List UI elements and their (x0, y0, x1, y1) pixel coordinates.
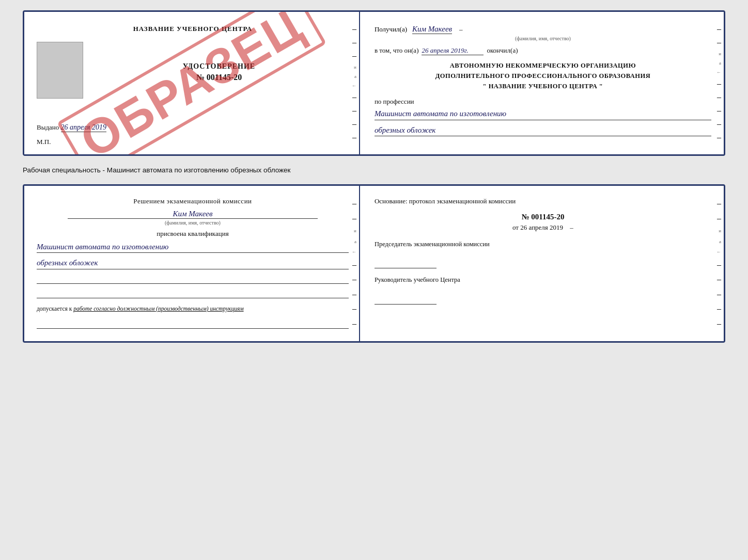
fio-sub-top: (фамилия, имя, отчество) (375, 36, 711, 41)
dash5: – (352, 106, 356, 115)
brdash7: – (717, 319, 721, 328)
right-edge-labels: – – – и а ← – – – – (352, 12, 356, 154)
profession-line1: Машинист автомата по изготовлению (375, 108, 711, 120)
photo-placeholder (37, 42, 83, 99)
protocol-date-value: 26 апреля 2019 (520, 223, 563, 231)
bldash3: – (352, 260, 356, 269)
edge-label-i: и (354, 65, 356, 70)
doc-top-right: Получил(а) Ким Макеев – (фамилия, имя, о… (360, 12, 724, 154)
edge-label-a: а (354, 74, 356, 79)
rukovoditel-block: Руководитель учебного Центра (375, 276, 711, 305)
ot-label: от (512, 223, 519, 231)
brdash4: – (717, 275, 721, 284)
org-line2: ДОПОЛНИТЕЛЬНОГО ПРОФЕССИОНАЛЬНОГО ОБРАЗО… (375, 71, 711, 81)
br-a: а (719, 239, 721, 244)
dash-after-name: – (459, 25, 463, 33)
kvali-line2: обрезных обложек (37, 257, 349, 269)
edge-arrow: ← (716, 70, 721, 75)
komissia-name: Ким Макеев (68, 210, 317, 219)
rdash4: – (717, 92, 721, 102)
okanchil-label: окончил(а) (487, 46, 518, 55)
resheniem-title: Решением экзаменационной комиссии (37, 196, 349, 206)
edge-label-arrow: ← (352, 83, 356, 88)
org-line1: АВТОНОМНУЮ НЕКОММЕРЧЕСКУЮ ОРГАНИЗАЦИЮ (375, 60, 711, 71)
predsedatel-label: Председатель экзаменационной комиссии (375, 240, 711, 249)
dash1: – (352, 24, 356, 34)
vtom-prefix: в том, что он(а) (375, 46, 419, 55)
poluchil-row: Получил(а) Ким Макеев – (375, 24, 711, 34)
brdash2: – (717, 214, 721, 223)
brdash1: – (717, 199, 721, 208)
vtom-row: в том, что он(а) 26 апреля 2019г. окончи… (375, 46, 711, 55)
bl-arrow: ← (352, 249, 356, 254)
school-title-left: НАЗВАНИЕ УЧЕБНОГО ЦЕНТРА (37, 24, 349, 34)
bottom-left-edge: – – и а ← – – – – – (352, 186, 356, 341)
org-name: НАЗВАНИЕ УЧЕБНОГО ЦЕНТРА (489, 83, 598, 90)
prisvoena-label: присвоена квалификация (37, 230, 349, 238)
osnovanie-title: Основание: протокол экзаменационной коми… (375, 196, 711, 206)
bl-i: и (354, 228, 356, 233)
separator-label: Рабочая специальность - Машинист автомат… (23, 164, 725, 176)
rukovoditel-label: Руководитель учебного Центра (375, 276, 711, 285)
rdash3: – (717, 79, 721, 88)
predsedatel-signature-line (375, 259, 437, 268)
dash6: – (352, 119, 356, 129)
vydano-date: 26 апреля 2019 (61, 123, 106, 132)
dopusk-detail: работе согласно должностным (производств… (73, 306, 243, 312)
rdash5: – (717, 106, 721, 115)
org-quote-open: " (483, 83, 487, 90)
bldash5: – (352, 290, 356, 299)
bldash4: – (352, 275, 356, 284)
protocol-date-dash: – (570, 223, 573, 231)
rukovoditel-signature-line (375, 295, 437, 305)
brdash5: – (717, 290, 721, 299)
dash3: – (352, 51, 356, 60)
bl-a: а (354, 239, 356, 244)
brdash3: – (717, 260, 721, 269)
profession-line2: обрезных обложек (375, 124, 711, 137)
rdash6: – (717, 119, 721, 129)
bldash7: – (352, 319, 356, 328)
org-quote-close: " (599, 83, 603, 90)
document-bottom: Решением экзаменационной комиссии Ким Ма… (23, 184, 725, 343)
edge-a: а (719, 60, 721, 66)
profession-block: по профессии Машинист автомата по изгото… (375, 98, 711, 136)
br-i: и (719, 228, 721, 233)
rdash1: – (717, 24, 721, 34)
bottom-right-edge: – – и а ← – – – – – (716, 186, 721, 341)
bldash6: – (352, 304, 356, 313)
udostoverenie-label: УДОСТОВЕРЕНИЕ (89, 62, 349, 71)
bldash2: – (352, 214, 356, 223)
vtom-date: 26 апреля 2019г. (422, 46, 484, 55)
rdash7: – (717, 133, 721, 142)
br-arrow: ← (716, 249, 721, 254)
vydano-line: Выдано 26 апреля 2019 (37, 123, 349, 132)
predsedatel-block: Председатель экзаменационной комиссии (375, 240, 711, 269)
poluchil-label: Получил(а) (375, 25, 407, 33)
doc-top-left: ОБРАЗЕЦ НАЗВАНИЕ УЧЕБНОГО ЦЕНТРА УДОСТОВ… (24, 12, 360, 154)
udostoverenie-box: УДОСТОВЕРЕНИЕ № 001145-20 (89, 62, 349, 82)
dash4: – (352, 92, 356, 102)
org-name-line: " НАЗВАНИЕ УЧЕБНОГО ЦЕНТРА " (375, 81, 711, 91)
protocol-number: № 001145-20 (375, 213, 711, 221)
blank-line2 (37, 288, 349, 298)
right-edge-labels-2: – – и а ← – – – – – (716, 12, 721, 154)
org-block: АВТОНОМНУЮ НЕКОММЕРЧЕСКУЮ ОРГАНИЗАЦИЮ ДО… (375, 60, 711, 91)
rdash2: – (717, 38, 721, 47)
dash2: – (352, 38, 356, 47)
blank-line3 (37, 318, 349, 329)
dash7: – (352, 133, 356, 142)
kvali-line1: Машинист автомата по изготовлению (37, 241, 349, 253)
brdash6: – (717, 304, 721, 313)
bldash1: – (352, 199, 356, 208)
blank-line1 (37, 274, 349, 284)
protocol-date: от 26 апреля 2019 – (375, 223, 711, 232)
mp-label: М.П. (37, 138, 349, 146)
edge-i: и (719, 51, 721, 56)
udostoverenie-number: № 001145-20 (89, 73, 349, 82)
dopuskaetsya-text: допускается к работе согласно должностны… (37, 305, 349, 313)
profession-label: по профессии (375, 98, 711, 106)
doc-bottom-right: Основание: протокол экзаменационной коми… (360, 186, 724, 341)
doc-bottom-left: Решением экзаменационной комиссии Ким Ма… (24, 186, 360, 341)
poluchil-name: Ким Макеев (412, 25, 452, 34)
